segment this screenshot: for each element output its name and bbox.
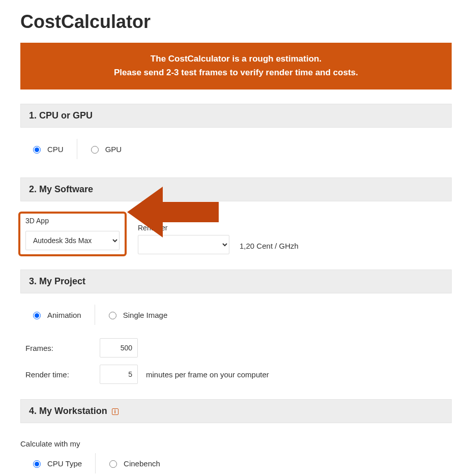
radio-animation[interactable]: Animation bbox=[31, 310, 93, 319]
radio-cpu-label: CPU bbox=[47, 145, 64, 154]
radio-animation-input[interactable] bbox=[33, 312, 41, 319]
input-frames[interactable] bbox=[100, 338, 138, 358]
section-head-workstation: 4. My Workstation i bbox=[20, 399, 452, 423]
info-icon[interactable]: i bbox=[112, 408, 119, 415]
radio-cinebench-input[interactable] bbox=[109, 460, 117, 468]
divider bbox=[95, 453, 96, 473]
section-head-cpu-gpu: 1. CPU or GPU bbox=[20, 104, 452, 128]
divider bbox=[77, 139, 77, 159]
radio-single-image-input[interactable] bbox=[109, 312, 116, 319]
section-head-software: 2. My Software bbox=[20, 177, 452, 201]
radio-single-image-label: Single Image bbox=[123, 311, 168, 319]
divider bbox=[95, 305, 95, 325]
radio-cputype-input[interactable] bbox=[33, 460, 41, 468]
label-3dapp: 3D App bbox=[25, 217, 120, 225]
rendertime-suffix: minutes per frame on your computer bbox=[146, 370, 269, 379]
page-title: CostCalculator bbox=[20, 11, 452, 33]
radio-cinebench[interactable]: Cinebench bbox=[107, 459, 171, 468]
radio-cpu[interactable]: CPU bbox=[31, 144, 75, 154]
radio-cinebench-label: Cinebench bbox=[124, 459, 160, 468]
price-per-ghzh: 1,20 Cent / GHzh bbox=[240, 242, 299, 254]
select-renderer[interactable] bbox=[138, 235, 229, 254]
radio-gpu-input[interactable] bbox=[91, 146, 99, 154]
radio-animation-label: Animation bbox=[47, 311, 81, 319]
label-renderer: Renderer bbox=[138, 224, 229, 232]
radio-cputype-label: CPU Type bbox=[47, 459, 82, 468]
radio-single-image[interactable]: Single Image bbox=[106, 310, 179, 319]
radio-cputype[interactable]: CPU Type bbox=[31, 459, 93, 468]
radio-gpu[interactable]: GPU bbox=[88, 144, 133, 154]
section-head-project: 3. My Project bbox=[20, 270, 452, 293]
notice-line-2: Please send 2-3 test frames to verify re… bbox=[31, 66, 441, 79]
select-3dapp[interactable]: Autodesk 3ds Max bbox=[25, 231, 120, 250]
label-calculate-with: Calculate with my bbox=[20, 439, 447, 448]
notice-line-1: The CostCalculator is a rough estimation… bbox=[31, 52, 441, 66]
input-rendertime[interactable] bbox=[100, 365, 138, 384]
label-frames: Frames: bbox=[25, 344, 92, 352]
section-head-workstation-text: 4. My Workstation bbox=[29, 406, 107, 416]
radio-gpu-label: GPU bbox=[105, 145, 122, 154]
highlight-3dapp: 3D App Autodesk 3ds Max bbox=[20, 214, 125, 254]
notice-banner: The CostCalculator is a rough estimation… bbox=[20, 43, 452, 90]
radio-cpu-input[interactable] bbox=[33, 146, 41, 154]
label-rendertime: Render time: bbox=[25, 370, 92, 379]
